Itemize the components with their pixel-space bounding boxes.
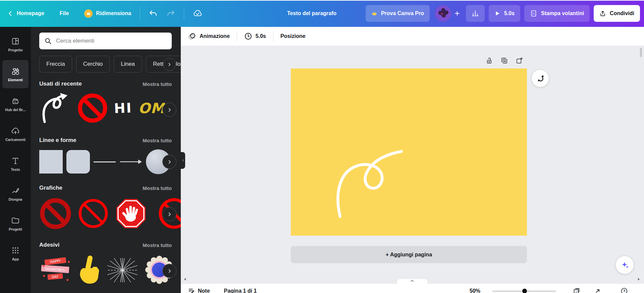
recent-curved-arrow-thumb[interactable]	[39, 92, 71, 124]
curved-arrow-element[interactable]	[291, 68, 527, 236]
canva-editor: Homepage File Ridimensiona	[0, 0, 644, 293]
lines-show-all-link[interactable]: Mostra tutto	[143, 138, 172, 143]
zoom-slider[interactable]	[492, 289, 556, 293]
zoom-percent[interactable]: 50%	[470, 288, 480, 293]
document-title[interactable]: Testo del paragrafo	[287, 10, 336, 16]
play-icon	[494, 10, 500, 16]
design-page[interactable]	[291, 68, 527, 236]
lock-icon[interactable]	[485, 57, 493, 64]
sidebar-item-elements[interactable]: Elementi	[2, 60, 29, 88]
prohibition-bright-thumb[interactable]	[78, 198, 109, 229]
print-flyers-button[interactable]: Stampa volantini	[524, 5, 590, 22]
sidebar-item-design[interactable]: Progetto	[2, 30, 29, 58]
insights-button[interactable]	[466, 5, 485, 22]
line-thumb[interactable]	[94, 161, 116, 162]
stickers-scroll-right-button[interactable]	[162, 264, 176, 278]
page-indicator[interactable]: Pagina 1 di 1	[224, 288, 257, 293]
prohibition-dark-thumb[interactable]	[39, 197, 72, 230]
section-recent-header: Usati di recente Mostra tutto	[39, 81, 172, 87]
graphics-show-all-link[interactable]: Mostra tutto	[143, 185, 172, 191]
elements-icon	[11, 67, 20, 76]
pointing-hand-sticker-thumb[interactable]	[77, 254, 101, 286]
redo-icon	[166, 9, 175, 18]
file-label: File	[60, 10, 69, 16]
add-page-button[interactable]: + Aggiungi pagina	[291, 246, 527, 263]
chip-arrow[interactable]: Freccia	[39, 56, 72, 72]
bottom-bar-right: 50% 1 ?	[470, 287, 628, 293]
side-nav: Progetto Elementi co. Hub del Br... Cari…	[0, 27, 31, 293]
comment-plus-icon	[536, 74, 545, 83]
graphics-scroll-right-button[interactable]	[162, 207, 176, 221]
sidebar-item-draw[interactable]: Disegna	[2, 180, 29, 208]
search-input[interactable]	[55, 37, 167, 45]
hscroll-right-arrow[interactable]	[637, 277, 641, 281]
sidebar-item-apps[interactable]: App	[2, 239, 29, 267]
recent-show-all-link[interactable]: Mostra tutto	[143, 81, 172, 87]
pages-view-icon[interactable]: 1	[573, 287, 580, 293]
homepage-label: Homepage	[17, 10, 44, 16]
notes-icon	[188, 287, 195, 293]
print-flyer-icon	[530, 10, 537, 17]
undo-icon	[149, 9, 158, 18]
try-pro-button[interactable]: Prova Canva Pro	[366, 5, 430, 22]
help-icon[interactable]: ?	[621, 287, 628, 293]
magic-assistant-button[interactable]	[616, 256, 634, 274]
add-page-icon[interactable]	[516, 57, 523, 64]
valentine-sticker-thumb[interactable]: HAPPY VALENTINE'S DAY ♥ ♥ ♥ ♥	[39, 255, 71, 285]
bottom-bar: Note Pagina 1 di 1 50% 1 ?	[181, 284, 644, 293]
arrow-line-thumb[interactable]	[119, 158, 142, 165]
search-icon	[44, 37, 52, 45]
undo-button[interactable]	[149, 9, 158, 18]
uploads-cloud-icon	[11, 127, 20, 135]
lines-scroll-right-button[interactable]	[162, 155, 176, 169]
panel-collapse-handle[interactable]	[181, 152, 185, 169]
vertical-scrollbar-thumb[interactable]	[640, 48, 642, 57]
comment-button[interactable]	[532, 70, 549, 87]
collapse-bottombar-tab[interactable]	[397, 279, 428, 284]
invite-plus-button[interactable]	[454, 10, 461, 17]
recent-prohibition-thumb[interactable]	[77, 93, 108, 124]
zoom-slider-thumb[interactable]	[522, 289, 527, 293]
sidebar-item-projects[interactable]: Progetti	[2, 209, 29, 238]
section-graphics-header: Grafiche Mostra tutto	[39, 185, 172, 191]
sidebar-item-brand-hub[interactable]: co. Hub del Br...	[2, 90, 29, 118]
timing-button[interactable]: 5.0s	[237, 27, 273, 46]
recent-scroll-right-button[interactable]	[162, 103, 176, 117]
cloud-save-status[interactable]	[193, 9, 202, 18]
rounded-square-shape-thumb[interactable]	[66, 150, 90, 174]
position-button[interactable]: Posizione	[273, 27, 313, 46]
position-label: Posizione	[280, 33, 306, 39]
hscroll-left-arrow[interactable]	[183, 277, 187, 281]
share-button[interactable]: Condividi	[594, 5, 640, 22]
chips-scroll-right-button[interactable]	[163, 58, 176, 71]
top-bar: Homepage File Ridimensiona	[0, 0, 644, 27]
stickers-row: HAPPY VALENTINE'S DAY ♥ ♥ ♥ ♥	[39, 254, 175, 286]
square-shape-thumb[interactable]	[39, 150, 63, 174]
fullscreen-icon[interactable]	[594, 288, 601, 293]
redo-button[interactable]	[166, 9, 175, 18]
chip-circle[interactable]: Cerchio	[76, 56, 110, 72]
chip-line[interactable]: Linea	[114, 56, 142, 72]
animate-button[interactable]: Animazione	[188, 27, 237, 46]
text-icon	[11, 156, 20, 165]
search-box[interactable]	[39, 33, 172, 49]
duplicate-page-icon[interactable]	[500, 57, 508, 64]
print-flyers-label: Stampa volantini	[541, 10, 584, 16]
svg-text:♥: ♥	[67, 260, 70, 264]
svg-text:♥: ♥	[43, 275, 45, 278]
stickers-show-all-link[interactable]: Mostra tutto	[143, 242, 172, 248]
present-button[interactable]: 5.0s	[489, 5, 520, 22]
recent-om-text-thumb[interactable]: OM	[138, 100, 165, 116]
back-button[interactable]: Homepage	[7, 10, 44, 16]
notes-button[interactable]: Note	[198, 288, 210, 293]
sidebar-item-uploads[interactable]: Caricamenti	[2, 120, 29, 148]
sidebar-item-text[interactable]: Testo	[2, 150, 29, 178]
svg-text:co.: co.	[14, 101, 17, 103]
apps-grid-icon	[11, 246, 20, 255]
resize-button[interactable]: Ridimensiona	[84, 9, 131, 18]
avatar[interactable]	[435, 5, 451, 21]
recent-hi-text-thumb[interactable]: HI	[114, 100, 132, 116]
file-menu[interactable]: File	[60, 10, 69, 16]
stop-sign-hand-thumb[interactable]	[115, 197, 147, 230]
starburst-sticker-thumb[interactable]	[107, 258, 138, 282]
